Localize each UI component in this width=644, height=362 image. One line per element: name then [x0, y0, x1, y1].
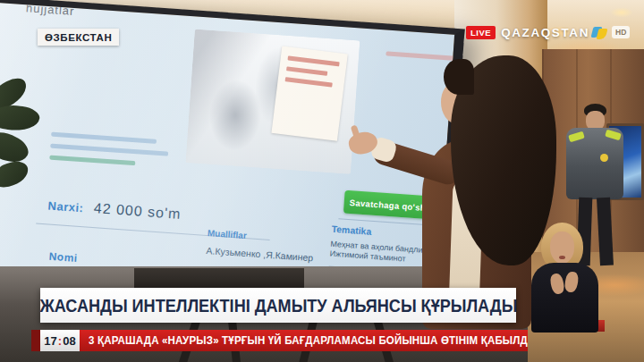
- tv-broadcast-frame: hujjatlar Narxi: 42 000 so'm Savatchaga …: [0, 0, 644, 362]
- interpreter-body: [531, 263, 598, 333]
- clock-separator: :: [58, 334, 62, 348]
- field-label: Nomi: [48, 250, 78, 265]
- channel-brand: QAZAQSTAN: [501, 26, 589, 39]
- guard-badge: [600, 154, 608, 162]
- interpreter-mouth: [559, 256, 565, 259]
- price-row: Narxi: 42 000 so'm: [47, 198, 182, 223]
- clock: 17:08: [40, 330, 80, 351]
- headline-text: ЖАСАНДЫ ИНТЕЛЛЕКТІНІ ДАМЫТУ АЛЬЯНСЫ ҚҰРЫ…: [39, 295, 517, 316]
- hd-badge: HD: [612, 26, 630, 38]
- qazaqstan-logo-icon: [592, 26, 607, 39]
- ticker-text: 3 ҚАРАШАДА «НАУРЫЗ» ТҰРҒЫН ҮЙ БАҒДАРЛАМА…: [80, 334, 528, 347]
- presenter-hair: [444, 59, 474, 95]
- sign-language-interpreter: [530, 222, 601, 333]
- live-badge: LIVE: [466, 26, 496, 39]
- clock-minutes: 08: [63, 334, 75, 348]
- clock-hours: 17: [44, 334, 56, 348]
- kiosk-site-header: hujjatlar: [26, 1, 75, 18]
- location-badge: ӨЗБЕКСТАН: [38, 29, 119, 46]
- channel-bug: LIVE QAZAQSTAN HD: [466, 23, 630, 41]
- presenter-woman: [259, 54, 528, 308]
- news-ticker: 3 ҚАРАШАДА «НАУРЫЗ» ТҰРҒЫН ҮЙ БАҒДАРЛАМА…: [80, 330, 528, 351]
- price-value: 42 000 so'm: [93, 200, 182, 222]
- headline-bar: ЖАСАНДЫ ИНТЕЛЛЕКТІНІ ДАМЫТУ АЛЬЯНСЫ ҚҰРЫ…: [40, 288, 516, 323]
- faint-description-lines: [49, 132, 169, 175]
- price-label: Narxi:: [47, 199, 84, 215]
